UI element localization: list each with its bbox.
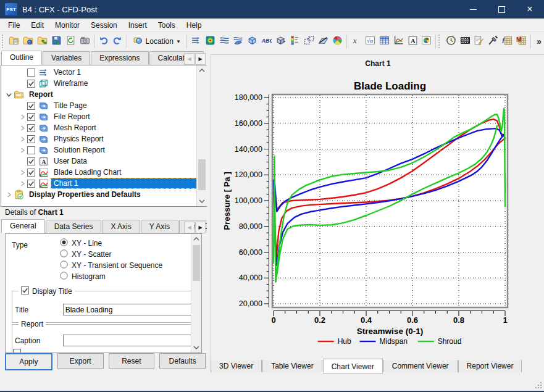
- save-state-button[interactable]: [49, 33, 64, 50]
- probe-button[interactable]: [486, 33, 500, 50]
- reset-button[interactable]: Reset: [109, 353, 155, 369]
- tree-item-blade-loading-chart[interactable]: Blade Loading Chart: [1, 167, 196, 178]
- visibility-checkbox[interactable]: [27, 169, 35, 177]
- visibility-checkbox[interactable]: [27, 146, 35, 154]
- tree-item-chart-1[interactable]: Chart 1: [1, 178, 196, 189]
- tab-scroll-right-icon[interactable]: ▶: [195, 53, 206, 65]
- radio-histogram[interactable]: Histogram: [60, 271, 162, 282]
- viewer-tab-chart-viewer[interactable]: Chart Viewer: [323, 359, 383, 373]
- tab-scroll-right-icon[interactable]: ▶: [195, 222, 206, 233]
- details-tab-general[interactable]: General: [1, 219, 45, 233]
- tree-item-report[interactable]: Report: [1, 89, 196, 100]
- tree-item-solution-report[interactable]: Solution Report: [1, 144, 196, 156]
- tree-item-wireframe[interactable]: Wireframe: [1, 78, 196, 89]
- details-tab-y-axis[interactable]: Y Axis: [141, 220, 178, 233]
- tab-variables[interactable]: Variables: [43, 51, 90, 65]
- visibility-checkbox[interactable]: [27, 135, 35, 143]
- visibility-checkbox[interactable]: [27, 69, 35, 77]
- radio-xy-scatter[interactable]: XY - Scatter: [60, 249, 162, 260]
- radio-xy-line[interactable]: XY - Line: [60, 238, 162, 249]
- visibility-checkbox[interactable]: [27, 102, 35, 110]
- animation-button[interactable]: [458, 33, 472, 50]
- viewer-tab-comment-viewer[interactable]: Comment Viewer: [383, 360, 458, 373]
- visibility-checkbox[interactable]: [27, 113, 35, 121]
- figure-button[interactable]: [420, 33, 434, 50]
- tab-expressions[interactable]: Expressions: [91, 51, 148, 65]
- tab-scroll-left-icon[interactable]: ◀: [184, 222, 195, 233]
- load-session-button[interactable]: [35, 33, 49, 50]
- coord-frame-button[interactable]: [274, 33, 288, 50]
- scrollbar-thumb[interactable]: [198, 159, 206, 190]
- instance-transform-button[interactable]: [302, 33, 316, 50]
- tree-item-physics-report[interactable]: Physics Report: [1, 133, 196, 144]
- tree-item-user-data[interactable]: AUser Data: [1, 156, 196, 167]
- expander-collapsed-icon[interactable]: [17, 114, 27, 120]
- variables-button[interactable]: √α: [363, 33, 377, 50]
- details-tab-data-series[interactable]: Data Series: [46, 220, 102, 233]
- quick-editor-button[interactable]: [472, 33, 487, 50]
- redo-button[interactable]: [111, 33, 125, 50]
- viewer-tab-3d-viewer[interactable]: 3D Viewer: [211, 360, 262, 373]
- table-button[interactable]: [377, 33, 391, 50]
- minimize-button[interactable]: [459, 0, 487, 19]
- menu-monitor[interactable]: Monitor: [49, 20, 85, 31]
- menu-session[interactable]: Session: [85, 20, 123, 31]
- scroll-up-icon[interactable]: [197, 65, 207, 75]
- viewer-tab-table-viewer[interactable]: Table Viewer: [262, 360, 322, 373]
- expander-collapsed-icon[interactable]: [4, 192, 14, 198]
- snapshot-button[interactable]: [78, 33, 92, 50]
- timestep-selector-button[interactable]: [444, 33, 458, 50]
- clip-plane-button[interactable]: [316, 33, 330, 50]
- tab-scroll-left-icon[interactable]: ◀: [184, 53, 195, 65]
- contour-button[interactable]: [203, 33, 217, 50]
- location-dropdown[interactable]: Location▼: [129, 34, 185, 49]
- export-button[interactable]: Export: [57, 353, 104, 369]
- maximize-button[interactable]: [487, 0, 516, 19]
- expander-collapsed-icon[interactable]: [17, 125, 27, 131]
- tree-item-display-properties-and-defaults[interactable]: Display Properties and Defaults: [1, 189, 196, 200]
- display-title-checkbox[interactable]: [21, 286, 29, 296]
- clipped-checkbox[interactable]: [13, 349, 21, 353]
- tree-item-vector-1[interactable]: Vector 1: [1, 67, 196, 78]
- menu-insert[interactable]: Insert: [123, 20, 153, 31]
- tree-item-file-report[interactable]: File Report: [1, 111, 196, 122]
- scroll-down-icon[interactable]: [191, 343, 201, 352]
- toolbar-overflow-button[interactable]: »: [533, 36, 544, 46]
- tree-item-mesh-report[interactable]: Mesh Report: [1, 122, 196, 133]
- viewer-tab-report-viewer[interactable]: Report Viewer: [458, 360, 522, 373]
- defaults-button[interactable]: Defaults: [159, 353, 206, 369]
- visibility-checkbox[interactable]: [27, 157, 35, 165]
- expander-collapsed-icon[interactable]: [17, 181, 27, 186]
- tree-scrollbar[interactable]: [196, 65, 207, 206]
- scrollbar-thumb[interactable]: [193, 245, 200, 281]
- reload-button[interactable]: [64, 33, 78, 50]
- menu-tools[interactable]: Tools: [153, 20, 181, 31]
- undo-button[interactable]: [96, 33, 111, 50]
- radio-xy-transient-or-sequence[interactable]: XY - Transient or Sequence: [60, 260, 162, 271]
- menu-help[interactable]: Help: [181, 20, 207, 31]
- details-tab-x-axis[interactable]: X Axis: [102, 220, 140, 233]
- comment-button[interactable]: A: [406, 33, 420, 50]
- expander-collapsed-icon[interactable]: [17, 148, 27, 153]
- tree-item-title-page[interactable]: Title Page: [1, 100, 196, 111]
- apply-button[interactable]: Apply: [5, 353, 52, 370]
- expander-expanded-icon[interactable]: [4, 92, 14, 98]
- expander-collapsed-icon[interactable]: [17, 136, 27, 142]
- expressions-button[interactable]: x: [349, 33, 363, 50]
- visibility-checkbox[interactable]: [27, 124, 35, 132]
- visibility-checkbox[interactable]: [27, 80, 35, 88]
- colour-map-button[interactable]: [330, 33, 345, 50]
- tab-outline[interactable]: Outline: [1, 51, 42, 65]
- macro-calculator-button[interactable]: M: [514, 33, 529, 50]
- resize-grip[interactable]: [535, 382, 542, 389]
- menu-edit[interactable]: Edit: [25, 20, 49, 31]
- caption-input[interactable]: [63, 335, 194, 346]
- streamline-button[interactable]: [217, 33, 232, 50]
- text-button[interactable]: ABC: [259, 33, 274, 50]
- load-state-button[interactable]: [21, 33, 35, 50]
- chart-button[interactable]: [391, 33, 406, 50]
- menu-file[interactable]: File: [2, 20, 25, 31]
- details-form-scrollbar[interactable]: [191, 234, 201, 352]
- visibility-checkbox[interactable]: [27, 180, 35, 188]
- function-calculator-button[interactable]: f: [500, 33, 514, 50]
